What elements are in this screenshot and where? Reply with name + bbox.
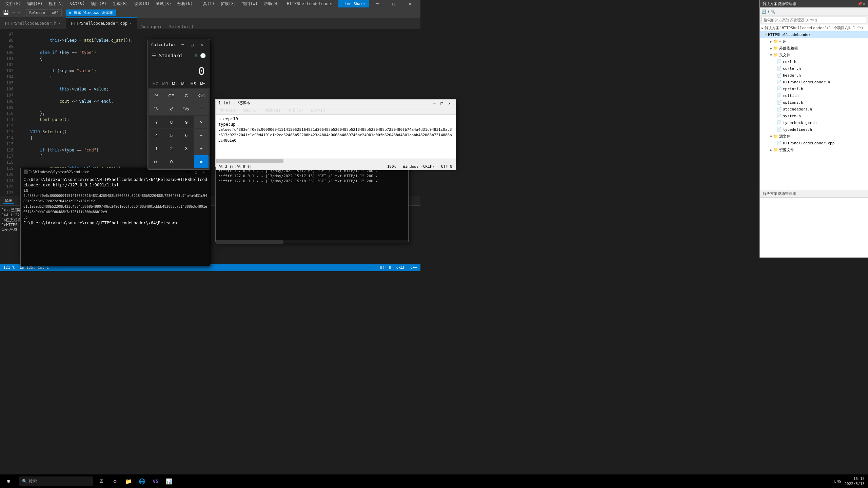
calc-mlist[interactable]: M▾: [198, 81, 207, 86]
menu-tools[interactable]: 工具(T): [196, 0, 217, 7]
calc-maximize[interactable]: □: [188, 40, 197, 49]
solution-search-input[interactable]: [762, 17, 866, 23]
file-typecheck-h[interactable]: 📄 typecheck-gcc.h: [760, 119, 868, 126]
menu-analyze[interactable]: 分析(N): [175, 0, 196, 7]
calc-subtract[interactable]: −: [194, 129, 209, 142]
menu-git[interactable]: Git(G): [67, 0, 87, 7]
calc-9[interactable]: 9: [179, 116, 194, 128]
calc-mr[interactable]: MR: [161, 81, 170, 86]
calc-multiply[interactable]: ×: [194, 116, 209, 128]
calc-5[interactable]: 5: [164, 129, 179, 142]
menu-debug[interactable]: 调试(D): [132, 0, 153, 7]
file-curler-h[interactable]: 📄 curler.h: [760, 65, 868, 72]
calc-ms[interactable]: MS: [189, 81, 198, 86]
file-header-h[interactable]: 📄 header.h: [760, 72, 868, 79]
external-deps-folder[interactable]: ▶ 📁 外部依赖项: [760, 45, 868, 52]
taskbar-search[interactable]: 🔍 搜索: [19, 476, 93, 486]
calc-negate[interactable]: +/−: [149, 155, 164, 168]
notepad-minimize[interactable]: ─: [431, 100, 438, 107]
calc-square[interactable]: x²: [164, 102, 179, 115]
file-typedefines-h[interactable]: 📄 typedefines.h: [760, 126, 868, 133]
http-cmd-scrollbar-thumb[interactable]: [216, 240, 283, 244]
menu-extend[interactable]: 扩展(X): [218, 0, 239, 7]
notepad-menu-format[interactable]: 格式(O): [262, 107, 283, 114]
calc-0[interactable]: 0: [164, 155, 179, 168]
calc-c[interactable]: C: [179, 89, 194, 102]
taskbar-app-icon[interactable]: 📊: [163, 475, 176, 488]
start-button[interactable]: ⊞: [0, 474, 17, 488]
taskbar-folder-icon[interactable]: 📁: [122, 475, 135, 488]
solution-pin-icon[interactable]: 📌: [857, 2, 862, 6]
calc-history-icon[interactable]: 🕐: [200, 53, 206, 58]
solution-close-icon[interactable]: ✕: [863, 2, 865, 6]
menu-project[interactable]: 项目(P): [88, 0, 109, 7]
calc-backspace[interactable]: ⌫: [194, 89, 209, 102]
menu-help[interactable]: 帮助(H): [261, 0, 282, 7]
menu-build[interactable]: 生成(B): [110, 0, 131, 7]
notepad-menu-file[interactable]: 文件(F): [217, 107, 238, 114]
maximize-button[interactable]: □: [386, 0, 401, 7]
calc-3[interactable]: 3: [179, 142, 194, 155]
file-system-h[interactable]: 📄 system.h: [760, 113, 868, 119]
notepad-menu-view[interactable]: 查看(V): [285, 107, 306, 114]
live-share-button[interactable]: Live Share: [338, 0, 369, 7]
tab-output[interactable]: 输出: [3, 198, 14, 204]
file-httpshellcode-h[interactable]: 📄 HTTPShellcodeLoader.h: [760, 79, 868, 85]
taskbar-chrome-icon[interactable]: 🌐: [136, 475, 149, 488]
notepad-maximize[interactable]: □: [438, 100, 446, 107]
calc-decimal[interactable]: .: [179, 155, 194, 168]
file-curl-h[interactable]: 📄 curl.h: [760, 58, 868, 65]
notepad-menu-help[interactable]: 帮助(H): [308, 107, 329, 114]
resource-files-folder[interactable]: ▶ 📁 资源文件: [760, 146, 868, 153]
calc-equals[interactable]: =: [194, 155, 209, 168]
file-multi-h[interactable]: 📄 multi.h: [760, 92, 868, 99]
solution-root[interactable]: ▶ 解决方案'HTTPShellcodeLoader'(1 个项目/共 1 个): [760, 24, 868, 31]
calc-mc[interactable]: MC: [151, 81, 160, 86]
file-stdcheaders-h[interactable]: 📄 stdcheaders.h: [760, 106, 868, 113]
notepad-close[interactable]: ✕: [446, 100, 453, 107]
notepad-menu-edit[interactable]: 编辑(E): [240, 107, 261, 114]
solution-toolbar-icon3[interactable]: 🔍: [771, 9, 775, 14]
calc-menu-icon[interactable]: ☰: [152, 53, 156, 58]
solution-toolbar-icon2[interactable]: ⬇: [767, 9, 770, 14]
calc-8[interactable]: 8: [164, 116, 179, 128]
project-node[interactable]: ▼ HTTPShellcodeLoader: [760, 31, 868, 38]
minimize-button[interactable]: ─: [370, 0, 385, 7]
menu-test[interactable]: 测试(S): [153, 0, 174, 7]
calc-mminus[interactable]: M−: [180, 81, 189, 86]
calc-mplus[interactable]: M+: [170, 81, 179, 86]
menu-window[interactable]: 窗口(W): [239, 0, 260, 7]
tab-cpp-close[interactable]: ✕: [130, 22, 132, 25]
menu-file[interactable]: 文件(F): [3, 0, 24, 7]
calc-compact-icon[interactable]: ⊞: [195, 53, 197, 58]
header-files-folder[interactable]: ▼ 📁 头文件: [760, 52, 868, 58]
calc-minimize[interactable]: ─: [178, 40, 188, 49]
debug-button[interactable]: ▶ 调试 Windows 调试器: [66, 9, 116, 16]
tab-h-close[interactable]: ✕: [59, 21, 61, 25]
close-button[interactable]: ✕: [402, 0, 418, 7]
notepad-text-area[interactable]: sleep:10 type:up value:fc4883e4f0e8c0000…: [216, 115, 456, 159]
file-mprintf-h[interactable]: 📄 mprintf.h: [760, 85, 868, 92]
taskbar-explorer-icon[interactable]: 🖥: [95, 475, 108, 488]
calc-2[interactable]: 2: [164, 142, 179, 155]
cmd-content[interactable]: C:\Users\ldrakura\source\repos\HTTPShell…: [21, 176, 210, 266]
tab-cpp-file[interactable]: HTTPShellcodeLoader.cpp ✕: [66, 17, 137, 29]
taskbar-edge-icon[interactable]: ⚙: [108, 475, 121, 488]
source-files-folder[interactable]: ▼ 📁 源文件: [760, 133, 868, 140]
menu-edit[interactable]: 编辑(E): [24, 0, 45, 7]
calc-sqrt[interactable]: ²√x: [179, 102, 194, 115]
file-options-h[interactable]: 📄 options.h: [760, 99, 868, 106]
calc-4[interactable]: 4: [149, 129, 164, 142]
tab-h-file[interactable]: HTTPShellcodeLoader.h ✕: [0, 17, 66, 29]
references-folder[interactable]: ▶ 📁 引用: [760, 38, 868, 45]
calc-reciprocal[interactable]: ¹/ₓ: [149, 102, 164, 115]
platform-selector[interactable]: x64: [49, 9, 62, 16]
configuration-selector[interactable]: Release: [26, 9, 48, 16]
file-httpshellcode-cpp[interactable]: 📄 HTTPShellcodeLoader.cpp: [760, 140, 868, 146]
calc-divide[interactable]: ÷: [194, 102, 209, 115]
calc-percent[interactable]: %: [149, 89, 164, 102]
calc-close[interactable]: ✕: [197, 40, 206, 49]
calc-ce[interactable]: CE: [164, 89, 179, 102]
calc-7[interactable]: 7: [149, 116, 164, 128]
solution-toolbar-icon1[interactable]: 🔄: [762, 9, 766, 14]
